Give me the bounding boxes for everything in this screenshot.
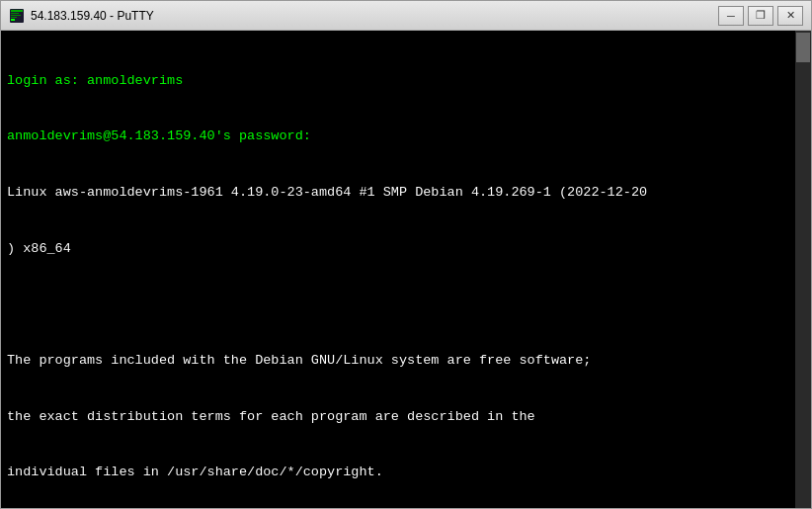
- terminal-area[interactable]: login as: anmoldevrims anmoldevrims@54.1…: [1, 31, 811, 508]
- line-password: anmoldevrims@54.183.159.40's password:: [7, 127, 805, 146]
- restore-button[interactable]: ❒: [748, 6, 773, 26]
- line-blank1: [7, 296, 805, 314]
- scrollbar[interactable]: [795, 31, 811, 508]
- svg-rect-3: [11, 15, 21, 16]
- svg-rect-1: [11, 10, 23, 12]
- line-login: login as: anmoldevrims: [7, 72, 805, 91]
- svg-rect-2: [11, 13, 19, 14]
- scrollbar-thumb[interactable]: [796, 33, 810, 62]
- line-linux1: Linux aws-anmoldevrims-1961 4.19.0-23-am…: [7, 184, 805, 203]
- putty-window: 54.183.159.40 - PuTTY ─ ❒ ✕ login as: an…: [0, 0, 812, 509]
- title-bar: 54.183.159.40 - PuTTY ─ ❒ ✕: [1, 1, 811, 31]
- minimize-button[interactable]: ─: [718, 6, 744, 26]
- title-bar-left: 54.183.159.40 - PuTTY: [9, 8, 154, 24]
- svg-rect-5: [11, 19, 15, 21]
- close-button[interactable]: ✕: [777, 6, 803, 26]
- line-programs3: individual files in /usr/share/doc/*/cop…: [7, 464, 805, 482]
- terminal-output: login as: anmoldevrims anmoldevrims@54.1…: [7, 35, 805, 508]
- line-programs1: The programs included with the Debian GN…: [7, 352, 805, 371]
- window-title: 54.183.159.40 - PuTTY: [31, 9, 154, 23]
- line-linux2: ) x86_64: [7, 240, 805, 259]
- putty-icon: [9, 8, 25, 24]
- line-programs2: the exact distribution terms for each pr…: [7, 408, 805, 427]
- svg-rect-4: [11, 17, 17, 18]
- window-controls: ─ ❒ ✕: [718, 6, 803, 26]
